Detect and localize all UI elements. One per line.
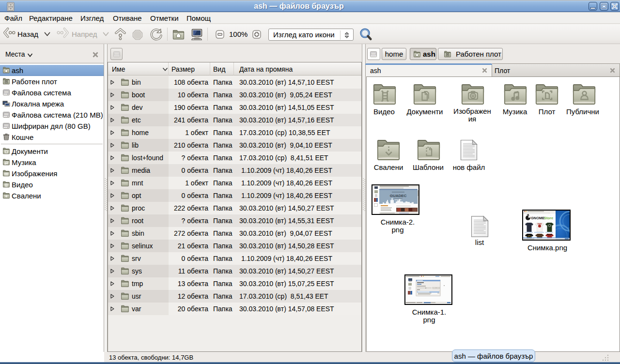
svg-text:GUADEC: GUADEC <box>390 194 407 198</box>
svg-text:GNOME: GNOME <box>531 216 544 220</box>
svg-text:Store: Store <box>544 216 553 220</box>
